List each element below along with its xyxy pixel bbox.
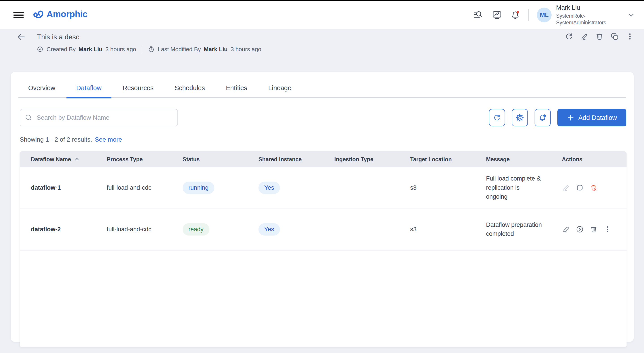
brand-logo[interactable]: Amorphic [33, 8, 88, 20]
dataflow-table: Dataflow Name Process Type Status Shared… [20, 151, 626, 347]
sort-asc-icon [74, 156, 80, 162]
meta-divider [142, 45, 142, 53]
dataflow-name-cell: dataflow-2 [20, 226, 96, 233]
user-menu[interactable]: ML Mark Liu SystemRole- SystemAdministra… [531, 4, 635, 26]
stop-icon[interactable] [576, 184, 584, 192]
page-meta: Created By Mark Liu 3 hours ago Last Mod… [36, 45, 261, 53]
modified-by-user: Mark Liu [204, 46, 228, 53]
delete-icon[interactable] [595, 32, 604, 41]
results-bar: Showing 1 - 2 of 2 results. See more [20, 136, 122, 143]
column-dataflow-name[interactable]: Dataflow Name [20, 156, 96, 163]
message-cell: Full load complete & replication is ongo… [486, 174, 542, 201]
table-row: dataflow-1 full-load-and-cdc running Yes… [20, 167, 626, 208]
edit-icon[interactable] [580, 32, 588, 41]
refresh-icon[interactable] [565, 32, 573, 41]
tab-bar: Overview Dataflow Resources Schedules En… [18, 72, 626, 98]
row-actions [562, 225, 626, 233]
plus-icon [567, 114, 574, 122]
created-clock-icon [36, 46, 44, 53]
alert-settings-button[interactable] [534, 109, 551, 126]
copy-icon[interactable] [610, 32, 619, 41]
global-search-icon[interactable] [474, 10, 484, 20]
tab-dataflow[interactable]: Dataflow [66, 79, 112, 97]
see-more-link[interactable]: See more [95, 136, 122, 143]
column-actions: Actions [551, 156, 626, 163]
column-status: Status [172, 156, 247, 163]
back-button[interactable] [16, 32, 26, 42]
tab-lineage[interactable]: Lineage [258, 79, 301, 97]
app-bar: Amorphic [0, 1, 644, 29]
table-header-row: Dataflow Name Process Type Status Shared… [20, 151, 626, 167]
status-cell: ready [172, 223, 247, 236]
chevron-down-icon [628, 11, 635, 19]
status-badge: ready [182, 223, 210, 236]
menu-icon[interactable] [14, 10, 24, 20]
process-type-cell: full-load-and-cdc [96, 226, 172, 233]
more-icon[interactable] [626, 32, 634, 41]
column-process-type: Process Type [96, 156, 172, 163]
tab-schedules[interactable]: Schedules [165, 79, 214, 97]
avatar: ML [537, 8, 552, 22]
toolbar: Add Dataflow [20, 109, 626, 126]
notification-dot [517, 11, 519, 14]
shared-instance-cell: Yes [247, 223, 323, 236]
shared-instance-cell: Yes [247, 182, 323, 194]
dataflow-name-cell: dataflow-1 [20, 184, 96, 191]
search-box [20, 109, 178, 126]
delete-cancel-icon[interactable] [590, 184, 598, 192]
user-role: SystemRole- SystemAdministrators [556, 12, 606, 26]
created-by-user: Mark Liu [78, 46, 102, 53]
target-location-cell: s3 [399, 226, 475, 233]
column-shared-instance: Shared Instance [247, 156, 323, 163]
target-location-cell: s3 [399, 184, 475, 191]
process-type-cell: full-load-and-cdc [96, 184, 172, 191]
tab-resources[interactable]: Resources [113, 79, 164, 97]
status-badge: running [182, 182, 214, 194]
column-ingestion-type: Ingestion Type [323, 156, 399, 163]
search-input[interactable] [36, 114, 173, 122]
settings-button[interactable] [512, 109, 528, 126]
shared-instance-badge: Yes [258, 182, 280, 194]
monitoring-icon[interactable] [492, 10, 502, 20]
status-cell: running [172, 182, 247, 194]
run-icon[interactable] [576, 225, 584, 233]
search-icon [24, 114, 33, 122]
add-dataflow-button[interactable]: Add Dataflow [558, 109, 626, 126]
column-target-location: Target Location [399, 156, 475, 163]
page-actions [565, 32, 634, 41]
created-time: 3 hours ago [106, 46, 136, 53]
results-count: Showing 1 - 2 of 2 results. [20, 136, 92, 143]
row-actions [562, 184, 626, 192]
page-title: This is a desc [37, 33, 80, 41]
edit-icon[interactable] [562, 225, 570, 233]
tab-overview[interactable]: Overview [18, 79, 65, 97]
brand-name: Amorphic [46, 9, 88, 19]
message-cell: Dataflow preparation completed [486, 220, 542, 238]
notifications-icon[interactable] [510, 10, 520, 20]
amorphic-logo-icon [33, 8, 46, 20]
delete-icon[interactable] [590, 225, 598, 233]
modified-time: 3 hours ago [230, 46, 261, 53]
tab-entities[interactable]: Entities [216, 79, 257, 97]
created-by-label: Created By [46, 46, 76, 53]
edit-icon-disabled [562, 184, 570, 192]
column-message: Message [475, 156, 551, 163]
refresh-button[interactable] [489, 109, 505, 126]
user-name: Mark Liu [556, 4, 606, 11]
more-icon[interactable] [604, 225, 612, 233]
header-divider [528, 9, 529, 21]
shared-instance-badge: Yes [258, 223, 280, 236]
modified-stopwatch-icon [148, 46, 155, 53]
table-row: dataflow-2 full-load-and-cdc ready Yes s… [20, 208, 626, 250]
modified-by-label: Last Modified By [158, 46, 201, 53]
